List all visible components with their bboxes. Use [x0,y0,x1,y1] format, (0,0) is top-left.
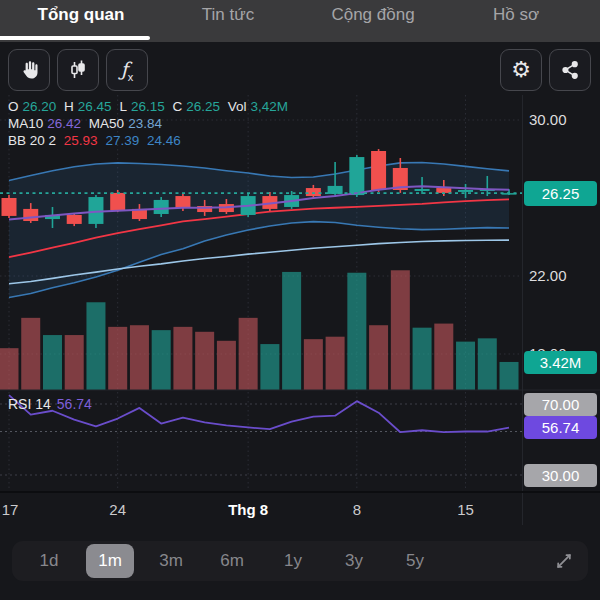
tab-ho-so[interactable]: Hồ sơ [493,0,539,34]
rsi-value: 56.74 [57,396,92,412]
rsi-axis-badge: 56.74 [524,416,597,439]
volume-label: Vol [228,99,247,114]
close-value: 26.25 [186,99,220,114]
volume-bar [239,318,258,390]
bb-basis-value: 25.93 [64,133,98,148]
volume-bar [21,318,40,390]
volume-bar [500,362,519,390]
candle-body [371,151,386,190]
volume-bar [217,341,236,390]
volume-bar [304,339,323,390]
bb-legend: BB 20 2 25.93 27.39 24.46 [8,133,185,148]
pan-hand-button[interactable] [8,49,50,91]
rsi-axis-badge: 70.00 [524,393,597,416]
share-icon [559,59,581,81]
settings-button[interactable]: ⚙ [500,49,542,91]
volume-bar [195,332,214,390]
rsi-legend: RSI 1456.74 [8,396,92,412]
timeframe-3y-button[interactable]: 3y [330,544,378,578]
current-volume-badge: 3.42M [524,351,597,374]
open-value: 26.20 [23,99,57,114]
volume-bar [43,335,62,390]
volume-bar [434,324,453,390]
plot-area [0,95,522,491]
timeframe-1y-button[interactable]: 1y [269,544,317,578]
volume-bar [0,348,19,390]
candle-body [415,189,430,191]
expand-icon [554,551,574,571]
trading-app-screen: Tổng quanTin tứcCộng đồngHồ sơ ƒx ⚙ [0,0,600,600]
price-axis-label: 22.00 [529,267,597,284]
volume-value: 3,42M [251,99,289,114]
candle-body [110,193,125,210]
candle-body [23,209,38,221]
volume-bar [130,325,149,390]
rsi-axis-badge: 30.00 [524,464,597,487]
x-axis-label: 15 [457,501,474,518]
timeframe-1d-button[interactable]: 1d [25,544,73,578]
settings-gear-icon: ⚙ [511,59,531,81]
price-chart-canvas[interactable] [0,95,600,495]
fullscreen-button[interactable] [554,551,574,571]
candle-body [306,188,321,196]
volume-bar [86,302,105,390]
candle-style-button[interactable] [57,49,99,91]
volume-bar [173,327,192,390]
bb-label: BB 20 2 [8,133,56,148]
ma10-label: MA10 [8,116,43,131]
candle-body [154,200,169,214]
active-tab-underline [0,36,150,40]
candle-body [458,190,473,192]
top-tab-bar: Tổng quanTin tứcCộng đồngHồ sơ [0,0,600,42]
volume-bar [152,330,171,390]
timeframe-5y-button[interactable]: 5y [391,544,439,578]
high-value: 26.45 [78,99,112,114]
x-axis-label: 24 [109,501,126,518]
timeframe-3m-button[interactable]: 3m [147,544,195,578]
ma-legend: MA1026.42 MA5023.84 [8,116,166,131]
x-axis-label: Thg 8 [228,501,268,518]
volume-bar [260,344,279,390]
bb-lower-value: 24.46 [147,133,181,148]
volume-bar [456,342,475,390]
tab-cong-dong[interactable]: Cộng đồng [331,0,414,34]
candle-body [436,188,451,193]
candle-body [175,196,190,208]
ma50-label: MA50 [89,116,124,131]
close-label: C [172,99,182,114]
ohlc-legend: O26.20 H26.45 L26.15 C26.25 Vol3,42M [8,99,292,114]
price-axis-label: 30.00 [529,111,597,128]
volume-bar [391,270,410,390]
candle-body [67,215,82,224]
high-label: H [64,99,74,114]
low-value: 26.15 [131,99,165,114]
volume-bar [478,338,497,390]
volume-bar [108,327,127,390]
pan-hand-icon [17,58,41,82]
candle-style-icon [66,58,90,82]
current-price-badge: 26.25 [524,181,597,206]
timeframe-6m-button[interactable]: 6m [208,544,256,578]
tab-tin-tuc[interactable]: Tin tức [202,0,254,34]
price-axis-separator [522,95,523,525]
pane-bottom-separator [0,491,600,493]
indicators-button[interactable]: ƒx [106,49,148,91]
ma10-value: 26.42 [47,116,81,131]
open-label: O [8,99,19,114]
tab-tong-quan[interactable]: Tổng quan [38,0,125,34]
rsi-name: RSI 14 [8,396,51,412]
low-label: L [119,99,127,114]
timeframe-1m-button[interactable]: 1m [86,544,134,578]
candle-body [349,157,364,195]
bb-upper-value: 27.39 [105,133,139,148]
volume-bar [65,335,84,390]
ma50-value: 23.84 [128,116,162,131]
volume-bar [326,337,345,390]
volume-bar [413,328,432,390]
indicators-fx-icon: ƒx [121,58,134,83]
volume-bar [282,272,301,390]
share-button[interactable] [549,49,591,91]
volume-bar [369,325,388,390]
volume-bar [347,273,366,390]
candle-body [2,198,17,216]
